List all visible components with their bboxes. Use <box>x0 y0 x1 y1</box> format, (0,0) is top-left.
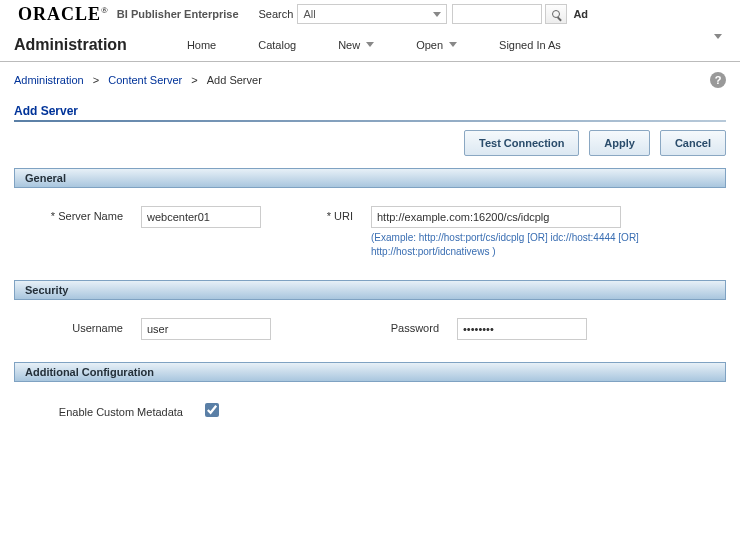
test-connection-button[interactable]: Test Connection <box>464 130 579 156</box>
breadcrumb-current: Add Server <box>207 74 262 86</box>
chevron-down-icon <box>366 42 374 47</box>
breadcrumb-sep <box>90 74 103 86</box>
page-section-title: Administration <box>14 36 127 54</box>
breadcrumb-content-server[interactable]: Content Server <box>108 74 182 86</box>
title-divider <box>14 120 726 122</box>
section-additional-header: Additional Configuration <box>14 362 726 382</box>
top-right-cutoff: Ad <box>573 8 588 20</box>
section-general-header: General <box>14 168 726 188</box>
nav-new-label: New <box>338 39 360 51</box>
uri-hint: (Example: http://host:port/cs/idcplg [OR… <box>371 231 661 258</box>
username-label: Username <box>28 318 123 334</box>
nav-open[interactable]: Open <box>416 39 457 51</box>
server-name-label: Server Name <box>28 206 123 222</box>
search-scope-select[interactable]: All <box>297 4 447 24</box>
search-button[interactable] <box>545 4 567 24</box>
help-icon[interactable]: ? <box>710 72 726 88</box>
server-name-input[interactable] <box>141 206 261 228</box>
search-scope-value: All <box>303 8 315 20</box>
chevron-down-icon <box>714 34 722 51</box>
nav-home[interactable]: Home <box>187 39 216 51</box>
breadcrumb: Administration Content Server Add Server… <box>14 72 726 88</box>
enable-metadata-label: Enable Custom Metadata <box>28 402 183 418</box>
enable-metadata-checkbox[interactable] <box>205 403 219 417</box>
nav-new[interactable]: New <box>338 39 374 51</box>
section-security-header: Security <box>14 280 726 300</box>
uri-label: URI <box>299 206 353 222</box>
breadcrumb-sep <box>188 74 201 86</box>
user-menu-dropdown[interactable] <box>714 39 726 51</box>
nav-catalog[interactable]: Catalog <box>258 39 296 51</box>
chevron-down-icon <box>433 12 441 17</box>
search-input[interactable] <box>452 4 542 24</box>
uri-input[interactable] <box>371 206 621 228</box>
nav-signed-in[interactable]: Signed In As <box>499 39 561 51</box>
password-label: Password <box>319 318 439 334</box>
breadcrumb-administration[interactable]: Administration <box>14 74 84 86</box>
cancel-button[interactable]: Cancel <box>660 130 726 156</box>
product-name: BI Publisher Enterprise <box>117 8 239 20</box>
password-input[interactable] <box>457 318 587 340</box>
apply-button[interactable]: Apply <box>589 130 650 156</box>
page-title: Add Server <box>14 104 726 118</box>
oracle-logo: ORACLE® <box>18 4 109 25</box>
username-input[interactable] <box>141 318 271 340</box>
search-icon <box>552 10 560 18</box>
search-label: Search <box>259 8 294 20</box>
nav-open-label: Open <box>416 39 443 51</box>
chevron-down-icon <box>449 42 457 47</box>
